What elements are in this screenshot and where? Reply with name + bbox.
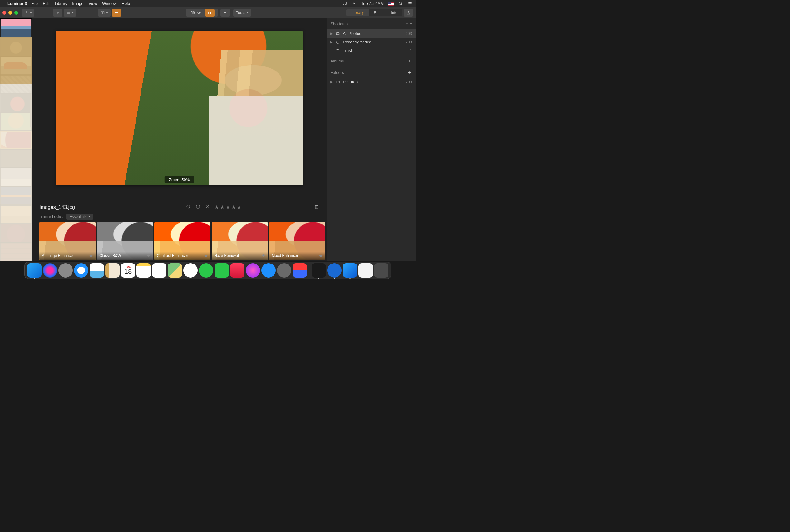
list-view-button[interactable]	[64, 9, 76, 17]
menu-file[interactable]: File	[31, 1, 38, 6]
main-photo[interactable]: Zoom: 59%	[56, 31, 303, 185]
import-button[interactable]	[22, 9, 34, 17]
look-preset[interactable]: Mood Enhancer	[269, 222, 325, 260]
dock-trash-icon[interactable]	[374, 263, 389, 278]
dock-itunes-icon[interactable]	[246, 263, 260, 278]
menu-help[interactable]: Help	[122, 1, 130, 6]
window-minimize-button[interactable]	[8, 11, 12, 15]
dock-luminar-icon[interactable]	[343, 263, 357, 278]
dock-terminal-icon[interactable]	[312, 263, 326, 278]
dock-1password-icon[interactable]	[327, 263, 342, 278]
albums-section-header: Albums ＋	[326, 55, 416, 66]
filmstrip[interactable]	[0, 18, 32, 261]
look-name: Contrast Enhancer	[157, 253, 188, 258]
dock-magnet-icon[interactable]	[293, 263, 307, 278]
window-zoom-button[interactable]	[14, 11, 18, 15]
back-button[interactable]	[53, 9, 62, 17]
tab-library[interactable]: Library	[346, 9, 369, 16]
menu-edit[interactable]: Edit	[43, 1, 50, 6]
dock-maps-icon[interactable]	[168, 263, 182, 278]
menu-view[interactable]: View	[88, 1, 97, 6]
compare-toggle-button[interactable]	[205, 9, 214, 17]
dock-messages-icon[interactable]	[199, 263, 213, 278]
look-name: Mood Enhancer	[272, 253, 298, 258]
filmstrip-thumb[interactable]	[0, 131, 32, 149]
dock-preferences-icon[interactable]	[277, 263, 291, 278]
shortcuts-section-header: Shortcuts ＋	[326, 18, 416, 29]
input-source-flag-icon[interactable]	[388, 2, 394, 6]
notification-center-icon[interactable]	[408, 2, 413, 6]
dock-contacts-icon[interactable]	[105, 263, 119, 278]
look-name: AI Image Enhancer	[42, 253, 74, 258]
filmstrip-toggle-button[interactable]	[112, 9, 121, 17]
svg-rect-15	[209, 12, 210, 14]
sidebar-folder-pictures[interactable]: ▶ Pictures 203	[326, 78, 416, 86]
look-preset[interactable]: Haze Removal	[212, 222, 268, 260]
menubar-clock[interactable]: Tue 7:52 AM	[361, 1, 384, 6]
spotlight-icon[interactable]	[398, 2, 403, 6]
look-preset[interactable]: Contrast Enhancer	[154, 222, 210, 260]
svg-rect-12	[117, 12, 118, 14]
status-icon[interactable]	[352, 2, 357, 6]
app-toolbar: 59% − + Tools Library Edit Info	[0, 7, 416, 18]
dock-textedit-icon[interactable]	[358, 263, 373, 278]
quick-preview-button[interactable]	[194, 9, 204, 17]
looks-strip[interactable]: AI Image EnhancerClassic B&WContrast Enh…	[38, 221, 326, 261]
tab-edit[interactable]: Edit	[369, 9, 385, 16]
dock-facetime-icon[interactable]	[214, 263, 229, 278]
svg-rect-8	[101, 11, 102, 14]
window-controls	[2, 11, 18, 15]
delete-photo-button[interactable]	[314, 204, 319, 210]
dock-safari-icon[interactable]	[74, 263, 88, 278]
menu-window[interactable]: Window	[102, 1, 116, 6]
viewer-area: Zoom: 59% Images_143.jpg	[32, 18, 326, 261]
tools-dropdown[interactable]: Tools	[233, 9, 251, 17]
share-button[interactable]	[404, 9, 413, 17]
menu-image[interactable]: Image	[72, 1, 83, 6]
menu-library[interactable]: Library	[55, 1, 67, 6]
sidebar-recently-added[interactable]: ▶ Recently Added 203	[326, 38, 416, 46]
dock-siri-icon[interactable]	[43, 263, 57, 278]
dock-reminders-icon[interactable]	[152, 263, 166, 278]
filmstrip-thumb[interactable]	[0, 19, 32, 37]
zoom-overlay: Zoom: 59%	[165, 176, 194, 183]
svg-rect-9	[103, 11, 104, 14]
tab-info[interactable]: Info	[385, 9, 402, 16]
mode-segmented-control: Library Edit Info	[346, 9, 402, 16]
dock-calendar-icon[interactable]: TUE18	[121, 263, 135, 278]
svg-point-0	[399, 2, 401, 4]
dock-news-icon[interactable]	[230, 263, 244, 278]
svg-line-1	[401, 4, 402, 5]
zoom-in-button[interactable]: +	[221, 9, 230, 17]
sidebar-trash[interactable]: ▶ Trash 1	[326, 46, 416, 55]
app-name-menu[interactable]: Luminar 3	[7, 1, 27, 6]
dock-finder-icon[interactable]	[27, 263, 41, 278]
star-rating[interactable]	[214, 205, 242, 210]
current-filename: Images_143.jpg	[39, 205, 75, 210]
favorite-heart-button[interactable]	[195, 204, 201, 210]
add-album-button[interactable]: ＋	[407, 58, 412, 64]
flag-dropdown[interactable]	[186, 204, 191, 210]
dock-mail-icon[interactable]	[90, 263, 104, 278]
look-preset[interactable]: Classic B&W	[97, 222, 153, 260]
looks-category-dropdown[interactable]: Essentials	[66, 213, 93, 220]
sidebar-all-photos[interactable]: ▶ All Photos 203	[326, 29, 416, 38]
dock-photos-icon[interactable]	[183, 263, 198, 278]
folders-section-header: Folders ＋	[326, 66, 416, 78]
macos-dock: TUE18	[24, 262, 391, 279]
dock-appstore-icon[interactable]	[261, 263, 276, 278]
look-name: Haze Removal	[214, 253, 239, 258]
dock-notes-icon[interactable]	[136, 263, 151, 278]
dock-launchpad-icon[interactable]	[58, 263, 73, 278]
layout-toggle-button[interactable]	[98, 9, 111, 17]
library-side-panel: Shortcuts ＋ ▶ All Photos 203 ▶ Recently …	[326, 18, 416, 261]
add-folder-button[interactable]: ＋	[407, 69, 412, 76]
macos-menubar: Luminar 3 File Edit Library Image View W…	[0, 0, 416, 7]
airplay-icon[interactable]	[342, 2, 347, 6]
add-shortcut-button[interactable]: ＋	[405, 21, 412, 26]
look-preset[interactable]: AI Image Enhancer	[39, 222, 96, 260]
window-close-button[interactable]	[2, 11, 6, 15]
reject-x-button[interactable]	[205, 204, 210, 210]
svg-rect-16	[210, 12, 211, 14]
luminar-looks-label: Luminar Looks:	[37, 214, 63, 219]
